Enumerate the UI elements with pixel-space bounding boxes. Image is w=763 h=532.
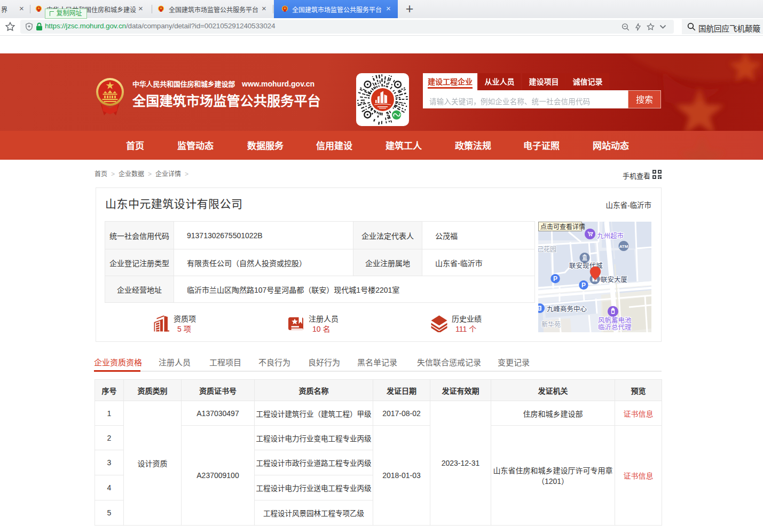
- svg-text:风帆蓄电池: 风帆蓄电池: [598, 316, 632, 324]
- svg-text:联安大厦: 联安大厦: [601, 276, 627, 284]
- svg-text:九峰商务中心: 九峰商务中心: [547, 305, 587, 313]
- svg-text:临沂总代理: 临沂总代理: [598, 324, 632, 331]
- svg-text:P: P: [553, 275, 557, 283]
- svg-text:九州超市: 九州超市: [597, 232, 624, 240]
- svg-text:己花园: 己花园: [538, 245, 556, 253]
- svg-text:点击可查看详情: 点击可查看详情: [540, 223, 585, 231]
- svg-text:P: P: [581, 281, 586, 289]
- svg-text:ATM: ATM: [619, 244, 628, 249]
- svg-text:新华苑: 新华苑: [541, 320, 561, 328]
